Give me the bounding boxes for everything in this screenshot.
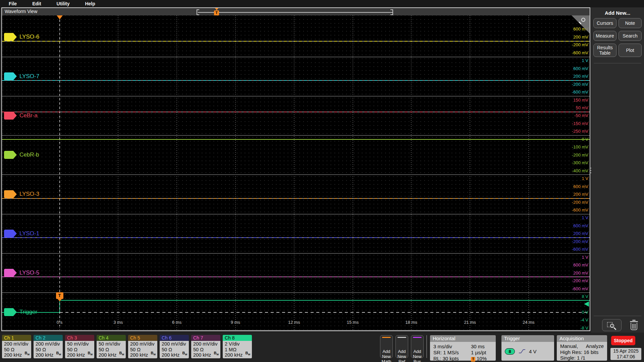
menu-help[interactable]: Help [85, 1, 95, 6]
menu-file[interactable]: File [9, 1, 17, 6]
trash-handle [632, 320, 636, 321]
horizontal-resolution: 1 µs/pt [471, 350, 493, 356]
channel-badge-header: Ch 1 [2, 335, 31, 341]
results-table-button[interactable]: Results Table [593, 44, 616, 57]
trigger-badge[interactable]: Trigger 8 4 V [501, 335, 554, 361]
waveform-trace-c8-high [60, 300, 590, 301]
scale-label: 1 V [582, 215, 588, 221]
channel-chip-c3[interactable]: C3 [4, 112, 17, 120]
measure-button[interactable]: Measure [593, 31, 616, 41]
channel-name-c4: CebR-b [19, 151, 39, 159]
bandwidth-limit-indicator: Bw [56, 350, 61, 357]
scale-label: 1 V [582, 176, 588, 181]
trash-lid [630, 321, 638, 322]
channel-chip-c4[interactable]: C4 [4, 151, 17, 159]
channel-setting: 50 mV/div [67, 341, 94, 347]
math-accent [382, 337, 391, 338]
channel-chip-label: C4 [4, 151, 17, 157]
panel-divider-bottom [594, 316, 641, 316]
note-button[interactable]: Note [619, 18, 642, 28]
add-new-button-grid: Cursors Note Measure Search Results Tabl… [593, 18, 642, 57]
channel-chip-c8[interactable]: C8 [4, 308, 17, 316]
horizontal-scale: 3 ms/div [433, 344, 471, 350]
channel-chip-label: C1 [4, 33, 17, 39]
bandwidth-limit-indicator: Bw [88, 350, 93, 357]
channel-badge-ch4[interactable]: Ch 450 mV/div50 Ω200 kHzBw [97, 335, 126, 358]
channel-badge-ch7[interactable]: Ch 7200 mV/div50 Ω200 kHzBw [191, 335, 220, 358]
box-zoom-button[interactable] [602, 319, 622, 331]
channel-chip-label: C3 [4, 112, 17, 118]
channel-badge-ch3[interactable]: Ch 350 mV/div50 Ω200 kHzBw [65, 335, 94, 358]
channel-chip-c1[interactable]: C1 [4, 33, 17, 41]
bottombar-divider [426, 335, 427, 358]
scale-label: 150 mV [573, 98, 588, 103]
trigger-position-caret-icon[interactable] [57, 15, 63, 19]
bottom-settings-bar: Ch 1200 mV/div50 Ω200 kHzBwCh 2200 mV/di… [0, 333, 644, 362]
channel-divider [2, 292, 590, 293]
minimap-trigger-icon[interactable]: T [214, 10, 219, 15]
vertical-gridline [294, 15, 294, 330]
trash-ridge [634, 324, 634, 329]
acquisition-badge[interactable]: Acquisition Manual, Analyze High Res: 16… [557, 335, 607, 361]
time-axis-label: 12 ms [281, 320, 308, 325]
channel-chip-c6[interactable]: C6 [4, 230, 17, 238]
vertical-gridline [411, 15, 412, 330]
scale-label: 0 V [582, 137, 588, 142]
horizontal-window: 30 ms [471, 344, 493, 350]
channel-badge-ch2[interactable]: Ch 2200 mV/div50 Ω200 kHzBw [34, 335, 63, 358]
scale-label: -600 mV [572, 247, 588, 252]
scale-label: -600 mV [572, 207, 588, 213]
channel-badge-ch8[interactable]: Ch 82 V/div1 MΩ200 kHzBw [223, 335, 252, 358]
menu-utility[interactable]: Utility [57, 1, 70, 6]
waveform-trace-c4 [2, 139, 590, 140]
run-stop-status-button[interactable]: Stopped [611, 336, 635, 345]
plot-button[interactable]: Plot [619, 44, 642, 57]
waveform-plot[interactable]: 0 s3 ms6 ms9 ms12 ms15 ms18 ms21 ms24 ms… [2, 15, 590, 330]
acquisition-highres: High Res: 16 bits [560, 349, 604, 355]
trash-icon[interactable] [628, 319, 640, 331]
panel-drag-handle[interactable] [589, 166, 592, 178]
minimap-trigger-caret-icon [215, 8, 218, 10]
trigger-level-arrow-icon[interactable] [584, 301, 589, 307]
scale-label: -300 mV [572, 160, 588, 166]
time-axis-label: 21 ms [457, 320, 483, 325]
channel-badge-body: 200 mV/div50 Ω200 kHzBw [128, 341, 157, 358]
waveform-trace-c2 [2, 80, 590, 81]
channel-chip-c5[interactable]: C5 [4, 190, 17, 198]
trigger-t-badge-icon[interactable]: T [56, 292, 63, 299]
acquisition-single: Single: 1 /1 [560, 355, 604, 361]
scale-label: 200 mV [573, 74, 588, 79]
channel-setting: 200 mV/div [130, 341, 157, 347]
trigger-position-line[interactable] [59, 15, 60, 326]
search-button[interactable]: Search [619, 31, 642, 41]
add-new-bus-button[interactable]: Add New Bus [411, 335, 424, 358]
channel-chip-label: C7 [4, 269, 17, 275]
add-new-ref-button[interactable]: Add New Ref [395, 335, 408, 358]
channel-chip-label: C2 [4, 72, 17, 78]
channel-divider [2, 214, 590, 215]
channel-badge-header: Ch 2 [34, 335, 63, 341]
corner-zoom-icon[interactable] [572, 15, 590, 34]
menu-edit[interactable]: Edit [32, 1, 41, 6]
scale-label: -4 V [580, 317, 588, 323]
time-axis-label: 24 ms [515, 320, 542, 325]
scale-label: 1 V [582, 255, 588, 260]
channel-chip-c2[interactable]: C2 [4, 72, 17, 80]
date-text: 15 Apr 2025 [610, 348, 641, 354]
waveform-trace-c5 [2, 198, 590, 199]
channel-badge-body: 200 mV/div50 Ω200 kHzBw [160, 341, 189, 358]
channel-setting: 50 mV/div [99, 341, 126, 347]
vertical-gridline [235, 15, 236, 330]
horizontal-pretrigger: T10% [471, 356, 493, 362]
time-text: 17:47:06 [610, 354, 641, 360]
channel-badge-ch6[interactable]: Ch 6200 mV/div50 Ω200 kHzBw [160, 335, 189, 358]
channel-setting: 200 mV/div [36, 341, 63, 347]
channel-badge-ch1[interactable]: Ch 1200 mV/div50 Ω200 kHzBw [2, 335, 31, 358]
channel-badge-ch5[interactable]: Ch 5200 mV/div50 Ω200 kHzBw [128, 335, 157, 358]
record-view-right-bracket-top [390, 9, 393, 10]
channel-chip-c7[interactable]: C7 [4, 269, 17, 277]
scale-label: 0 V [582, 310, 588, 315]
horizontal-badge[interactable]: Horizontal 3 ms/div 30 ms SR: 1 MS/s 1 µ… [430, 335, 496, 361]
cursors-button[interactable]: Cursors [593, 18, 616, 28]
add-new-math-button[interactable]: Add New Math [380, 335, 393, 358]
